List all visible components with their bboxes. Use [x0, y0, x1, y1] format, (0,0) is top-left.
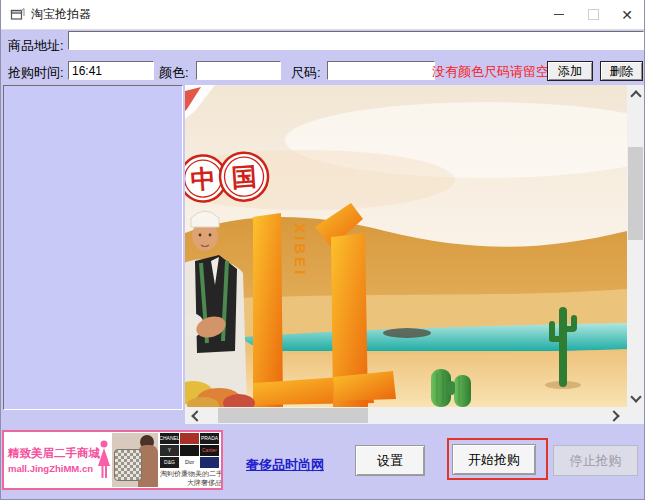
product-url-input[interactable] — [68, 31, 644, 50]
ad-text-block: 精致美眉二手商城 mall.JingZhiMM.cn — [4, 446, 96, 474]
close-icon: ✕ — [621, 8, 633, 22]
color-label: 颜色: — [159, 64, 189, 82]
window-title: 淘宝抢拍器 — [31, 6, 91, 23]
product-image-preview: 中 国 XIBEI — [185, 85, 627, 407]
chevron-up-icon — [630, 90, 641, 101]
ad-caption-1: 淘到价廉物美的二手 — [160, 470, 222, 479]
delete-button[interactable]: 删除 — [600, 61, 643, 81]
ad-title: 精致美眉二手商城 — [8, 446, 96, 461]
brand-logo: Cartier — [200, 445, 219, 456]
add-button[interactable]: 添加 — [547, 61, 593, 81]
horizontal-scroll-thumb[interactable] — [218, 408, 368, 423]
color-input[interactable] — [196, 61, 281, 80]
size-input[interactable] — [327, 61, 435, 80]
product-url-label: 商品地址: — [8, 37, 64, 55]
ad-photo — [112, 433, 158, 487]
grab-time-label: 抢购时间: — [8, 64, 64, 82]
scroll-left-button[interactable] — [185, 407, 205, 424]
vertical-scrollbar[interactable] — [627, 85, 644, 407]
brand-logo-grid: CHANEL PRADA Y Cartier D&G Dior — [160, 433, 222, 468]
brand-logo — [180, 433, 199, 444]
woman-silhouette-icon — [97, 440, 111, 480]
stop-grab-button[interactable]: 停止抢购 — [553, 445, 638, 476]
horizontal-scrollbar[interactable] — [185, 407, 627, 424]
svg-text:中: 中 — [190, 164, 217, 194]
app-window: 淘宝抢拍器 ✕ 商品地址: 抢购时间: 颜色: 尺码: 没有颜色尺码请留空 添加… — [0, 0, 645, 500]
scroll-down-button[interactable] — [627, 389, 644, 407]
luxury-site-link[interactable]: 奢侈品时尚网 — [246, 456, 324, 474]
ad-photo-bag — [114, 449, 142, 481]
close-button[interactable]: ✕ — [610, 0, 644, 29]
app-icon — [9, 7, 25, 23]
brand-logo: PRADA — [200, 433, 219, 444]
xibei-label: XIBEI — [292, 223, 309, 277]
title-bar: 淘宝抢拍器 ✕ — [1, 0, 644, 30]
brand-logo: D&G — [160, 457, 179, 468]
scrollbar-corner — [627, 407, 644, 424]
scroll-up-button[interactable] — [627, 85, 644, 103]
maximize-button[interactable] — [576, 0, 610, 29]
item-list[interactable] — [3, 85, 183, 410]
ad-url: mall.JingZhiMM.cn — [8, 463, 96, 474]
desert-scene-graphic: 中 国 XIBEI — [185, 85, 627, 407]
brand-logo: Dior — [180, 457, 199, 468]
chevron-down-icon — [630, 391, 641, 402]
brand-logo: Y — [160, 445, 179, 456]
start-grab-button[interactable]: 开始抢购 — [452, 444, 536, 475]
size-label: 尺码: — [291, 64, 321, 82]
settings-button[interactable]: 设置 — [355, 445, 425, 476]
svg-text:国: 国 — [231, 162, 258, 192]
ad-brand-block: CHANEL PRADA Y Cartier D&G Dior 淘到价廉物美的二… — [160, 433, 222, 488]
maximize-icon — [588, 9, 599, 20]
grab-time-input[interactable] — [68, 61, 154, 80]
start-button-highlight: 开始抢购 — [447, 438, 548, 480]
brand-logo — [200, 457, 219, 468]
brand-logo — [180, 445, 199, 456]
chevron-right-icon — [608, 410, 619, 421]
chevron-left-icon — [191, 410, 202, 421]
scroll-right-button[interactable] — [605, 407, 625, 424]
window-controls: ✕ — [542, 0, 644, 29]
minimize-button[interactable] — [542, 0, 576, 29]
ad-banner[interactable]: 精致美眉二手商城 mall.JingZhiMM.cn CHANEL PRADA … — [2, 430, 223, 490]
leave-blank-hint: 没有颜色尺码请留空 — [432, 63, 549, 81]
minimize-icon — [554, 14, 564, 15]
vertical-scroll-thumb[interactable] — [628, 147, 643, 240]
brand-logo: CHANEL — [160, 433, 179, 444]
ad-caption-2: 大牌奢侈品 — [160, 479, 222, 488]
